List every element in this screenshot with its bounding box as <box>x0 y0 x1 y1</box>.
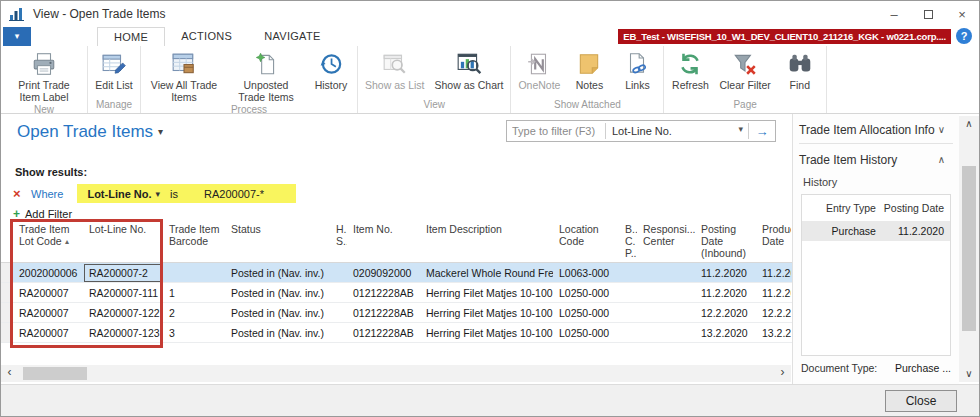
col-header-status[interactable]: Status <box>225 221 330 262</box>
col-header-bcp[interactable]: B.. C. P.. <box>619 221 637 262</box>
cell[interactable]: RA200007-123 <box>83 323 163 343</box>
cell[interactable]: L0250-000 <box>553 303 619 323</box>
show-as-chart-button[interactable]: Show as Chart <box>430 48 509 98</box>
vertical-scrollbar[interactable]: ∧ ∨ <box>959 116 979 382</box>
filter-go-button[interactable]: → <box>749 124 775 139</box>
cell[interactable]: 01212228AB <box>347 283 420 303</box>
cell[interactable]: 3 <box>163 323 225 343</box>
tab-actions[interactable]: ACTIONS <box>165 27 248 46</box>
cell[interactable]: 13.2.2020 <box>695 323 756 343</box>
cell[interactable]: Herring Filet Matjes 10-100 Gr ... <box>420 303 553 323</box>
filter-condition-field[interactable]: Lot-Line No. <box>87 188 151 200</box>
app-menu-button[interactable]: ▾ <box>3 27 31 46</box>
row-selector[interactable] <box>1 303 13 322</box>
cell[interactable]: L0250-000 <box>553 283 619 303</box>
cell[interactable]: 11.2.2020 <box>695 283 756 303</box>
cell[interactable]: RA200007 <box>13 283 83 303</box>
cell[interactable] <box>619 303 637 323</box>
cell[interactable]: Purchase <box>802 225 882 237</box>
cell[interactable]: Posted in (Nav. inv.) <box>225 283 330 303</box>
cell[interactable] <box>330 283 347 303</box>
col-header-item-no[interactable]: Item No. <box>347 221 420 262</box>
close-button[interactable]: Close <box>885 390 957 412</box>
col-header-posting-date-inbound[interactable]: Posting Date (Inbound) <box>695 221 756 262</box>
cell[interactable]: Posted in (Nav. inv.) <box>225 323 330 343</box>
print-trade-item-label-button[interactable]: Print Trade Item Label <box>3 48 85 103</box>
cell[interactable]: 01212228AB <box>347 323 420 343</box>
cell[interactable]: 11.2.202 <box>756 263 791 283</box>
filter-input[interactable] <box>507 122 605 140</box>
cell[interactable] <box>637 323 695 343</box>
table-row[interactable]: RA200007 RA200007-123 3 Posted in (Nav. … <box>1 323 792 343</box>
cell[interactable]: 11.2.202 <box>756 283 791 303</box>
page-title[interactable]: Open Trade Items▾ <box>17 122 163 142</box>
clear-filter-button[interactable]: Clear Filter <box>714 48 775 98</box>
cell[interactable]: 0209092000 <box>347 263 420 283</box>
where-label[interactable]: Where <box>31 188 63 200</box>
cell[interactable]: Posted in (Nav. inv.) <box>225 263 330 283</box>
cell[interactable]: 2002000006 <box>13 263 83 283</box>
history-row[interactable]: Purchase 11.2.2020 <box>802 221 950 241</box>
horizontal-scrollbar-thumb[interactable] <box>23 367 87 380</box>
chevron-down-icon[interactable]: ▾ <box>156 189 161 199</box>
col-header-item-description[interactable]: Item Description <box>420 221 553 262</box>
cell[interactable] <box>637 303 695 323</box>
view-all-trade-items-button[interactable]: View All Trade Items <box>143 48 225 103</box>
cell[interactable]: Mackerel Whole Round Fresh U... <box>420 263 553 283</box>
table-row[interactable]: RA200007 RA200007-111 1 Posted in (Nav. … <box>1 283 792 303</box>
select-all-cell[interactable] <box>1 221 13 262</box>
filter-field-selector[interactable]: Lot-Line No.▾ <box>606 125 748 137</box>
cell[interactable]: RA200007 <box>13 323 83 343</box>
cell[interactable]: L0250-000 <box>553 323 619 343</box>
table-row[interactable]: RA200007 RA200007-122 2 Posted in (Nav. … <box>1 303 792 323</box>
cell[interactable]: Herring Filet Matjes 10-100 Gr ... <box>420 283 553 303</box>
cell[interactable] <box>330 303 347 323</box>
cell[interactable]: RA200007-111 <box>83 283 163 303</box>
cell[interactable] <box>619 323 637 343</box>
scroll-left-icon[interactable]: ‹ <box>1 365 18 382</box>
col-header-trade-item-barcode[interactable]: Trade Item Barcode <box>163 221 225 262</box>
edit-list-button[interactable]: Edit List <box>90 48 138 98</box>
col-header-location-code[interactable]: Location Code <box>553 221 619 262</box>
links-button[interactable]: Links <box>613 48 661 98</box>
factbox-history-header[interactable]: Trade Item History ∧ <box>799 148 953 174</box>
find-button[interactable]: Find <box>776 48 824 98</box>
cell[interactable]: 11.2.2020 <box>695 263 756 283</box>
cell[interactable]: 01212228AB <box>347 303 420 323</box>
cell[interactable] <box>637 263 695 283</box>
tab-home[interactable]: HOME <box>97 27 165 46</box>
cell[interactable] <box>330 263 347 283</box>
cell[interactable] <box>163 263 225 283</box>
minimize-button[interactable]: – <box>877 1 911 27</box>
col-header-production-date[interactable]: Produc Date <box>756 221 791 262</box>
cell[interactable]: 1 <box>163 283 225 303</box>
vertical-scrollbar-thumb[interactable] <box>962 166 976 331</box>
col-header-posting-date[interactable]: Posting Date <box>882 202 950 214</box>
notes-button[interactable]: Notes <box>565 48 613 98</box>
col-header-trade-item-lot-code[interactable]: Trade Item Lot Code▴ <box>13 221 83 262</box>
row-selector[interactable] <box>1 323 13 342</box>
cell[interactable] <box>330 323 347 343</box>
cell[interactable]: 12.2.2020 <box>695 303 756 323</box>
window-close-button[interactable]: × <box>945 1 979 27</box>
cell[interactable]: 12.2.202 <box>756 303 791 323</box>
col-header-responsibility-center[interactable]: Responsi... Center <box>637 221 695 262</box>
cell[interactable]: L0063-000 <box>553 263 619 283</box>
cell[interactable]: 13.2.202 <box>756 323 791 343</box>
cell[interactable]: RA200007 <box>13 303 83 323</box>
scroll-down-icon[interactable]: ∨ <box>959 366 979 382</box>
scroll-right-icon[interactable]: › <box>774 365 791 382</box>
col-header-entry-type[interactable]: Entry Type <box>802 202 882 214</box>
cell[interactable] <box>619 263 637 283</box>
maximize-button[interactable] <box>911 1 945 27</box>
cell[interactable]: Herring Filet Matjes 10-100 Gr ... <box>420 323 553 343</box>
horizontal-scrollbar[interactable]: ‹ › <box>1 365 791 382</box>
cell[interactable]: RA200007-122 <box>83 303 163 323</box>
add-filter-button[interactable]: +Add Filter <box>13 207 72 221</box>
help-icon[interactable]: ? <box>956 28 972 44</box>
scroll-up-icon[interactable]: ∧ <box>959 116 979 132</box>
refresh-button[interactable]: Refresh <box>666 48 714 98</box>
factbox-allocation-info-header[interactable]: Trade Item Allocation Info ∨ <box>799 118 953 144</box>
cell[interactable]: 11.2.2020 <box>882 225 950 237</box>
cell[interactable] <box>637 283 695 303</box>
